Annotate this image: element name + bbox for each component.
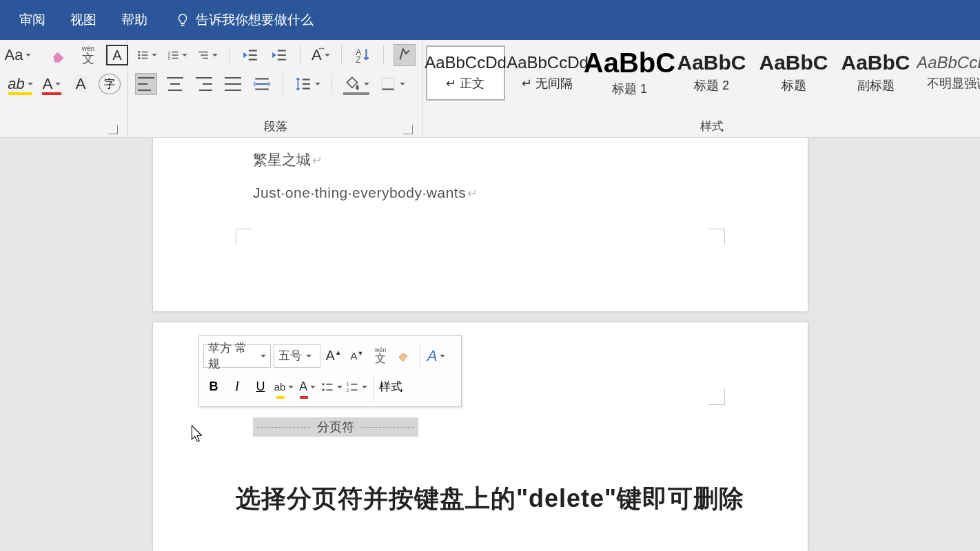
text-line-2[interactable]: Just·one·thing·everybody·wants: [253, 185, 478, 201]
lightbulb-icon[interactable]: [175, 12, 190, 28]
svg-point-0: [138, 51, 140, 53]
distributed-button[interactable]: [251, 73, 273, 95]
ribbon-group-paragraph: 123 A↔ AZ: [128, 40, 423, 137]
svg-rect-18: [277, 50, 285, 51]
svg-point-31: [323, 383, 325, 385]
svg-rect-5: [141, 58, 147, 59]
svg-rect-12: [198, 52, 207, 52]
font-size-button[interactable]: Aa: [7, 44, 29, 66]
mini-bold-button[interactable]: B: [203, 375, 224, 399]
page-corner-bl: [236, 229, 252, 245]
svg-text:Z: Z: [356, 55, 360, 64]
page-corner-br: [708, 229, 725, 245]
svg-rect-26: [303, 79, 310, 80]
svg-rect-11: [172, 58, 178, 59]
style-name: 标题 2: [694, 77, 729, 94]
svg-rect-23: [255, 78, 269, 79]
style-gallery[interactable]: AaBbCcDd↵ 正文AaBbCcDd↵ 无间隔AaBbC标题 1AaBbC标…: [423, 40, 980, 101]
mini-font-combo[interactable]: 苹方 常规: [203, 344, 271, 368]
ribbon-group-styles-label: 样式: [423, 118, 980, 137]
tell-me-input[interactable]: 告诉我你想要做什么: [196, 11, 314, 29]
tab-help[interactable]: 帮助: [109, 7, 160, 33]
svg-rect-7: [172, 52, 178, 52]
mini-size-combo[interactable]: 五号: [274, 344, 320, 368]
svg-rect-30: [382, 89, 394, 90]
character-shading-button[interactable]: A: [70, 73, 92, 95]
style-name: 副标题: [857, 77, 895, 94]
mini-font-color-button[interactable]: A: [297, 375, 318, 399]
ribbon-group-font-label: [7, 121, 121, 137]
mini-phonetic-button[interactable]: wén文: [370, 344, 391, 368]
svg-rect-34: [326, 389, 332, 391]
decrease-indent-button[interactable]: [239, 44, 261, 66]
svg-text:2: 2: [347, 387, 349, 392]
mini-grow-font-button[interactable]: A▲: [323, 344, 344, 368]
mini-styles-button[interactable]: 样式: [379, 375, 402, 399]
style-card-1[interactable]: AaBbCcDd↵ 无间隔: [508, 45, 587, 101]
asian-layout-button[interactable]: A↔: [309, 44, 331, 66]
font-color-button[interactable]: A: [41, 73, 63, 95]
style-card-6[interactable]: AaBbCcDd不明显强调: [918, 45, 980, 101]
mini-shrink-font-button[interactable]: A▼: [347, 344, 367, 368]
font-dialog-launcher[interactable]: [108, 125, 118, 134]
title-bar: 审阅 视图 帮助 告诉我你想要做什么: [0, 0, 980, 40]
svg-rect-24: [255, 83, 269, 85]
align-left-button[interactable]: [135, 73, 157, 95]
svg-rect-36: [351, 384, 357, 385]
page-break-marker[interactable]: 分页符: [253, 417, 418, 437]
tab-review[interactable]: 审阅: [7, 7, 58, 33]
ribbon-group-font: Aa wén文 A ab A A 字: [0, 40, 128, 137]
mini-italic-button[interactable]: I: [227, 375, 247, 399]
align-justify-button[interactable]: [222, 73, 244, 95]
align-right-button[interactable]: [193, 73, 215, 95]
mini-numbering-button[interactable]: 12: [345, 375, 367, 399]
paragraph-dialog-launcher[interactable]: [403, 125, 413, 134]
style-preview: AaBbCcDd: [425, 54, 507, 71]
mini-toolbar: 苹方 常规 五号 A▲ A▼ wén文 A B I U ab A 12 样式: [198, 335, 462, 407]
bullets-button[interactable]: [135, 44, 159, 66]
svg-rect-3: [141, 54, 147, 55]
enclose-character-button[interactable]: 字: [99, 74, 121, 94]
style-card-2[interactable]: AaBbC标题 1: [590, 45, 669, 101]
svg-text:3: 3: [167, 56, 170, 61]
show-paragraph-marks-button[interactable]: [394, 44, 416, 66]
svg-rect-38: [351, 389, 357, 391]
style-name: 标题: [782, 77, 806, 94]
style-preview: AaBbCcDd: [507, 54, 589, 71]
page-corner-tr: [708, 388, 725, 405]
style-name: ↵ 无间隔: [522, 75, 573, 92]
character-border-button[interactable]: A: [106, 45, 128, 65]
document-page-1[interactable]: 繁星之城 Just·one·thing·everybody·wants: [153, 138, 808, 311]
svg-rect-17: [248, 59, 256, 60]
numbering-button[interactable]: 123: [165, 44, 189, 66]
mini-font-color-button-2[interactable]: A: [426, 344, 447, 368]
align-center-button[interactable]: [164, 73, 186, 95]
svg-rect-32: [326, 384, 332, 385]
style-card-4[interactable]: AaBbC标题: [754, 45, 833, 101]
style-name: 标题 1: [612, 81, 647, 97]
shading-button[interactable]: [342, 73, 371, 95]
style-card-0[interactable]: AaBbCcDd↵ 正文: [426, 45, 505, 101]
mini-format-painter-button[interactable]: [394, 344, 414, 368]
ribbon-group-styles: AaBbCcDd↵ 正文AaBbCcDd↵ 无间隔AaBbC标题 1AaBbC标…: [423, 40, 980, 137]
svg-rect-1: [141, 52, 147, 52]
increase-indent-button[interactable]: [268, 44, 290, 66]
phonetic-guide-button[interactable]: wén文: [77, 44, 99, 66]
svg-rect-9: [172, 54, 178, 55]
borders-button[interactable]: [378, 73, 407, 95]
sort-button[interactable]: AZ: [351, 44, 374, 66]
tab-view[interactable]: 视图: [58, 7, 109, 33]
svg-point-2: [138, 54, 140, 56]
ribbon-group-paragraph-label: 段落: [135, 118, 416, 137]
text-line-1[interactable]: 繁星之城: [253, 150, 323, 169]
svg-rect-16: [248, 54, 256, 56]
line-spacing-button[interactable]: [293, 73, 322, 95]
highlight-color-button[interactable]: ab: [7, 73, 34, 95]
style-card-3[interactable]: AaBbC标题 2: [672, 45, 751, 101]
clear-format-button[interactable]: [48, 44, 70, 66]
mini-underline-button[interactable]: U: [250, 375, 271, 399]
mini-bullets-button[interactable]: [320, 375, 343, 399]
style-card-5[interactable]: AaBbC副标题: [836, 45, 915, 101]
mini-highlight-button[interactable]: ab: [274, 375, 294, 399]
multilevel-list-button[interactable]: [196, 44, 219, 66]
